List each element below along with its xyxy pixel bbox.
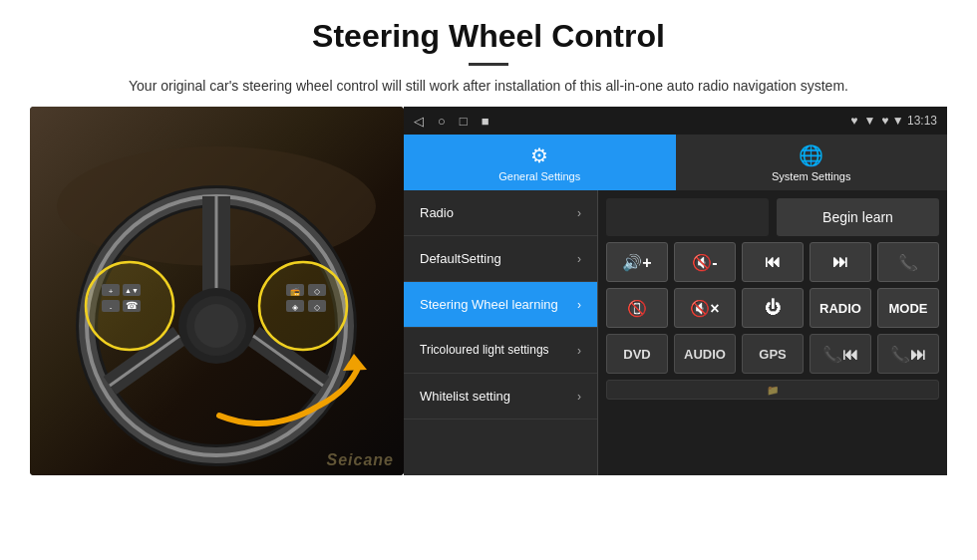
mute-icon: 🔇× <box>690 299 719 318</box>
tel-prev-button[interactable]: 📞⏮ <box>810 334 871 374</box>
audio-label: AUDIO <box>684 347 726 362</box>
learn-spacer <box>606 198 769 236</box>
status-bar: ◁ ○ □ ■ ♥ ▼ ♥ ▼ 13:13 <box>404 107 947 135</box>
prev-track-button[interactable]: ⏮ <box>742 242 804 282</box>
general-settings-icon: ⚙ <box>530 143 548 167</box>
control-panel: Begin learn 🔊+ 🔇- ⏮ ⏭ <box>598 190 947 475</box>
home-icon: ○ <box>438 114 446 129</box>
control-row-3: DVD AUDIO GPS 📞⏮ 📞⏭ <box>606 334 939 374</box>
mode-label: MODE <box>889 301 928 316</box>
hang-up-button[interactable]: 📵 <box>606 288 668 328</box>
time-display: ♥ ▼ 13:13 <box>881 114 937 128</box>
extra-button-1[interactable]: 📁 <box>606 380 939 400</box>
power-icon: ⏻ <box>765 299 781 317</box>
page-title: Steering Wheel Control <box>60 18 917 55</box>
system-settings-icon: 🌐 <box>799 143 823 167</box>
content-area: + - ▲▼ ☎ 📻 ◇ ◈ ◇ <box>0 107 977 475</box>
title-divider <box>469 63 508 66</box>
phone-answer-button[interactable]: 📞 <box>877 242 939 282</box>
vol-up-icon: 🔊+ <box>622 253 651 272</box>
android-panel: ◁ ○ □ ■ ♥ ▼ ♥ ▼ 13:13 ⚙ General Settings… <box>404 107 947 475</box>
begin-learn-button[interactable]: Begin learn <box>777 198 939 236</box>
dvd-label: DVD <box>623 347 650 362</box>
tab-system[interactable]: 🌐 System Settings <box>676 135 948 190</box>
car-image-panel: + - ▲▼ ☎ 📻 ◇ ◈ ◇ <box>30 107 404 475</box>
menu-item-steering[interactable]: Steering Wheel learning › <box>404 282 597 328</box>
chevron-steering-icon: › <box>577 298 581 312</box>
dvd-button[interactable]: DVD <box>606 334 668 374</box>
chevron-whitelist-icon: › <box>577 390 581 404</box>
menu-steering-label: Steering Wheel learning <box>420 297 558 313</box>
control-row-2: 📵 🔇× ⏻ RADIO MODE <box>606 288 939 328</box>
vol-down-icon: 🔇- <box>692 253 717 272</box>
menu-whitelist-label: Whitelist setting <box>420 389 510 405</box>
menu-panel: Radio › DefaultSetting › Steering Wheel … <box>404 190 598 475</box>
begin-learn-label: Begin learn <box>822 209 893 225</box>
hang-up-icon: 📵 <box>627 299 647 318</box>
radio-button[interactable]: RADIO <box>810 288 871 328</box>
svg-text:-: - <box>110 303 113 312</box>
status-left: ◁ ○ □ ■ <box>414 114 489 129</box>
svg-point-12 <box>194 304 238 348</box>
menu-tricolour-label: Tricoloured light settings <box>420 343 549 357</box>
control-row-4: 📁 <box>606 380 939 400</box>
chevron-radio-icon: › <box>577 206 581 220</box>
gps-button[interactable]: GPS <box>742 334 804 374</box>
recents-icon: □ <box>460 114 468 129</box>
vol-down-button[interactable]: 🔇- <box>674 242 736 282</box>
svg-text:◈: ◈ <box>292 303 299 312</box>
tel-next-icon: 📞⏭ <box>890 345 926 364</box>
page-header: Steering Wheel Control Your original car… <box>0 0 977 107</box>
menu-item-tricolour[interactable]: Tricoloured light settings › <box>404 328 597 374</box>
watermark: Seicane <box>327 451 394 469</box>
svg-text:▲▼: ▲▼ <box>125 287 139 294</box>
tel-prev-icon: 📞⏮ <box>822 345 858 364</box>
tab-system-label: System Settings <box>772 170 850 182</box>
menu-default-label: DefaultSetting <box>420 251 501 267</box>
status-right: ♥ ▼ ♥ ▼ 13:13 <box>850 114 937 128</box>
menu-radio-label: Radio <box>420 205 454 221</box>
tab-bar: ⚙ General Settings 🌐 System Settings <box>404 135 947 190</box>
mode-button[interactable]: MODE <box>877 288 939 328</box>
page-subtitle: Your original car's steering wheel contr… <box>60 76 917 97</box>
menu-item-default[interactable]: DefaultSetting › <box>404 236 597 282</box>
vol-up-button[interactable]: 🔊+ <box>606 242 668 282</box>
signal-icon: ▼ <box>863 114 875 128</box>
svg-text:📻: 📻 <box>290 286 300 296</box>
back-icon: ◁ <box>414 114 424 129</box>
svg-text:◇: ◇ <box>314 303 321 312</box>
extra-icon-1: 📁 <box>767 385 779 396</box>
menu-item-radio[interactable]: Radio › <box>404 190 597 236</box>
chevron-default-icon: › <box>577 252 581 266</box>
tab-general[interactable]: ⚙ General Settings <box>404 135 676 190</box>
steering-wheel-svg: + - ▲▼ ☎ 📻 ◇ ◈ ◇ <box>30 107 404 475</box>
power-button[interactable]: ⏻ <box>742 288 804 328</box>
car-background: + - ▲▼ ☎ 📻 ◇ ◈ ◇ <box>30 107 404 475</box>
location-icon: ♥ <box>850 114 857 128</box>
menu-item-whitelist[interactable]: Whitelist setting › <box>404 374 597 420</box>
radio-label: RADIO <box>819 301 861 316</box>
begin-learn-row: Begin learn <box>606 198 939 236</box>
tel-next-button[interactable]: 📞⏭ <box>877 334 939 374</box>
phone-icon: 📞 <box>898 253 918 272</box>
main-content: Radio › DefaultSetting › Steering Wheel … <box>404 190 947 475</box>
svg-text:+: + <box>109 287 114 296</box>
audio-button[interactable]: AUDIO <box>674 334 736 374</box>
control-row-1: 🔊+ 🔇- ⏮ ⏭ 📞 <box>606 242 939 282</box>
svg-text:☎: ☎ <box>126 300 138 311</box>
cast-icon: ■ <box>482 114 489 129</box>
svg-text:◇: ◇ <box>314 287 321 296</box>
mute-button[interactable]: 🔇× <box>674 288 736 328</box>
gps-label: GPS <box>759 347 786 362</box>
next-track-icon: ⏭ <box>832 253 848 271</box>
chevron-tricolour-icon: › <box>577 344 581 358</box>
prev-track-icon: ⏮ <box>765 253 781 271</box>
tab-general-label: General Settings <box>498 170 580 182</box>
next-track-button[interactable]: ⏭ <box>810 242 871 282</box>
